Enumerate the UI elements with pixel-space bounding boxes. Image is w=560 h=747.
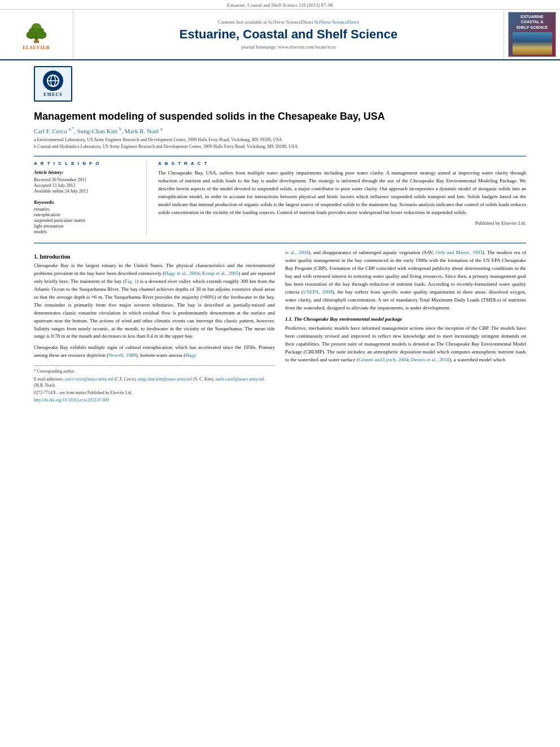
author-noel-sup: a	[160, 126, 163, 132]
footnote-corresponding: * Corresponding author.	[34, 368, 275, 374]
cover-line2: COASTAL &	[513, 19, 552, 24]
published-by: Published by Elsevier Ltd.	[158, 220, 526, 226]
keyword-5: models	[34, 229, 139, 234]
author-kim-sup: b	[119, 126, 121, 132]
abstract-text: The Chesapeake Bay, USA, suffers from mu…	[158, 169, 526, 217]
article-info-label: A R T I C L E I N F O	[34, 161, 139, 166]
main-content: Management modeling of suspended solids …	[0, 110, 560, 405]
body-columns: 1. Introduction Chesapeake Bay is the la…	[34, 249, 526, 405]
subsection-1-1-heading: 1.1. The Chesapeake Bay environmental mo…	[285, 316, 526, 324]
journal-homepage: journal homepage: www.elsevier.com/locat…	[241, 44, 336, 50]
article-history-label: Article history:	[34, 169, 139, 175]
hagy-anoxia-link[interactable]: Hagy	[185, 352, 196, 358]
noel-email-link[interactable]: mark.r.noel@usace.army.mil	[216, 377, 264, 382]
orth-moore-link[interactable]: Orth and Moore, 1983	[436, 250, 483, 255]
footnotes: * Corresponding author. E-mail addresses…	[34, 365, 275, 403]
authors-line: Carl F. Cerco a,*, Sung-Chan Kim b, Mark…	[34, 126, 526, 134]
abstract-col: A B S T R A C T The Chesapeake Bay, USA,…	[158, 161, 526, 235]
received-date: Received 30 November 2011	[34, 177, 139, 182]
elsevier-logo-area: ELSEVIER	[0, 10, 73, 59]
body-col-left: 1. Introduction Chesapeake Bay is the la…	[34, 249, 275, 405]
article-info-col: A R T I C L E I N F O Article history: R…	[34, 161, 147, 235]
journal-reference-text: Estuarine, Coastal and Shelf Science 116…	[227, 2, 333, 8]
keyword-2: eutrophication	[34, 212, 139, 217]
emecs-label: EMECS	[43, 92, 62, 97]
emecs-area: EMECS	[0, 60, 560, 104]
elsevier-logo: ELSEVIER	[21, 19, 52, 50]
sciverse-line: Contents lists available at SciVerse Sci…	[218, 19, 359, 25]
usepa-link[interactable]: USEPA, 2008	[303, 289, 332, 295]
emecs-box: EMECS	[34, 66, 72, 102]
fig1-link[interactable]: Fig. 1	[125, 278, 137, 284]
affiliation-a: a Environmental Laboratory, US Army Engi…	[34, 137, 526, 143]
footnote-doi: http://dx.doi.org/10.1016/j.ecss.2012.07…	[34, 397, 275, 403]
abstract-label: A B S T R A C T	[158, 161, 526, 166]
body-right-text: et al., 2004), and disappearance of subm…	[285, 249, 526, 364]
journal-title-area: Contents lists available at SciVerse Sci…	[73, 10, 504, 59]
hagy-2004-link[interactable]: Hagy et al., 2004	[164, 270, 199, 276]
author-cerco-sup: a,*	[68, 126, 74, 132]
emecs-icon	[43, 71, 63, 91]
keywords-label: Keywords:	[34, 199, 139, 205]
svg-point-6	[37, 28, 44, 34]
kemp-2005-link[interactable]: Kemp et al., 2005	[202, 270, 238, 276]
newell-1988-link[interactable]: Newell, 1988	[108, 352, 136, 358]
kim-email-link[interactable]: sung-chan.kim@usace.army.mil	[138, 377, 193, 382]
elsevier-text: ELSEVIER	[23, 45, 50, 50]
journal-header: ELSEVIER Contents lists available at Sci…	[0, 10, 560, 60]
affiliations: a Environmental Laboratory, US Army Engi…	[34, 137, 526, 150]
sciverse-link[interactable]: SciVerse ScienceDirect	[314, 19, 360, 25]
author-cerco: Carl F. Cerco	[34, 128, 67, 134]
journal-reference-bar: Estuarine, Coastal and Shelf Science 116…	[0, 0, 560, 10]
affiliation-b: b Coastal and Hydraulics Laboratory, US …	[34, 143, 526, 150]
keyword-4: light attenuation	[34, 224, 139, 229]
intro-para1: Chesapeake Bay is the largest estuary in…	[34, 262, 275, 360]
keyword-1: estuaries	[34, 207, 139, 212]
accepted-date: Accepted 13 July 2012	[34, 183, 139, 188]
cover-line3: SHELF SCIENCE	[513, 25, 552, 30]
keywords-section: Keywords: estuaries eutrophication suspe…	[34, 199, 139, 234]
svg-point-5	[29, 28, 36, 34]
journal-cover-image: ESTUARINE COASTAL & SHELF SCIENCE	[508, 12, 556, 57]
intro-heading: 1. Introduction	[34, 254, 275, 260]
body-col-right: et al., 2004), and disappearance of subm…	[285, 249, 526, 405]
dennis-link[interactable]: Dennis et al., 2010	[411, 357, 449, 362]
doi-link[interactable]: http://dx.doi.org/10.1016/j.ecss.2012.07…	[34, 397, 109, 403]
hagy-2004-right-link[interactable]: et al., 2004	[285, 250, 309, 255]
elsevier-tree-icon	[21, 19, 52, 44]
footnote-issn: 0272-7714/$ – see front matter Published…	[34, 390, 275, 396]
journal-cover-area: ESTUARINE COASTAL & SHELF SCIENCE	[504, 10, 560, 59]
author-noel: Mark R. Noel	[125, 128, 159, 134]
author-kim: Sung-Chan Kim	[77, 128, 118, 134]
footnote-email: E-mail addresses: carl.f.cerco@usace.arm…	[34, 376, 275, 389]
section-divider	[34, 243, 526, 243]
journal-title: Estuarine, Coastal and Shelf Science	[180, 27, 397, 42]
svg-rect-7	[34, 41, 39, 43]
cover-line1: ESTUARINE	[513, 14, 552, 19]
emecs-symbol-icon	[46, 74, 60, 88]
grimm-lynch-link[interactable]: Grimm and Lynch, 2004	[358, 357, 409, 362]
cerco-email-link[interactable]: carl.f.cerco@usace.army.mil	[65, 377, 113, 382]
keyword-3: suspended particulate matter	[34, 218, 139, 223]
article-title: Management modeling of suspended solids …	[34, 110, 526, 123]
online-date: Available online 24 July 2012	[34, 189, 139, 194]
article-info-abstract: A R T I C L E I N F O Article history: R…	[34, 156, 526, 235]
